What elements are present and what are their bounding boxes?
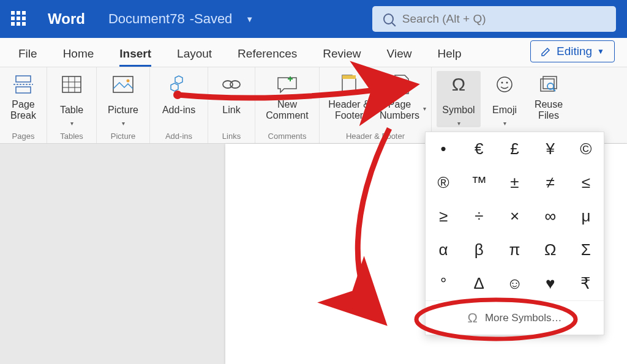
- symbol-cell[interactable]: α: [426, 233, 461, 267]
- new-comment-button[interactable]: New Comment: [260, 71, 314, 122]
- editing-mode-button[interactable]: Editing ▼: [530, 40, 615, 62]
- svg-point-9: [127, 80, 130, 83]
- group-label-picture: Picture: [111, 129, 135, 141]
- emoji-icon: [492, 73, 517, 95]
- pencil-icon: [541, 46, 552, 57]
- addins-button[interactable]: Add-ins: [155, 71, 203, 122]
- symbol-cell[interactable]: ÷: [461, 199, 497, 233]
- symbol-cell[interactable]: ±: [497, 166, 532, 199]
- symbol-cell[interactable]: ≥: [426, 199, 461, 233]
- symbol-cell[interactable]: ∞: [533, 199, 568, 233]
- link-icon: [219, 73, 244, 95]
- more-symbols-label: More Symbols…: [485, 312, 562, 324]
- group-label-addins: Add-ins: [165, 129, 192, 141]
- svg-text:#: #: [404, 78, 407, 85]
- symbol-cell[interactable]: ®: [426, 166, 461, 199]
- symbol-label: Symbol: [442, 98, 475, 122]
- symbol-cell[interactable]: •: [426, 132, 461, 166]
- group-label-comments: Comments: [268, 129, 307, 141]
- emoji-label: Emoji: [492, 98, 517, 122]
- symbol-cell[interactable]: ₹: [568, 267, 604, 300]
- chevron-down-icon: ▼: [597, 47, 604, 56]
- picture-label: Picture: [108, 98, 138, 122]
- group-label-header-footer: Header & Footer: [346, 129, 405, 141]
- omega-icon: Ω: [467, 310, 477, 326]
- page-numbers-label: Page Numbers: [377, 99, 422, 122]
- symbol-cell[interactable]: Ω: [533, 233, 568, 267]
- symbol-cell[interactable]: °: [426, 267, 461, 300]
- svg-marker-10: [175, 76, 182, 84]
- omega-icon: Ω: [446, 73, 471, 95]
- chevron-down-icon: ▾: [503, 120, 506, 127]
- reuse-files-icon: [536, 73, 561, 95]
- symbol-cell[interactable]: ™: [461, 166, 497, 199]
- svg-rect-8: [113, 76, 133, 92]
- group-label-tables: Tables: [60, 129, 83, 141]
- ribbon-group-tables: Table ▾ Tables: [47, 67, 97, 143]
- tab-review[interactable]: Review: [323, 47, 361, 67]
- tab-file[interactable]: File: [18, 47, 37, 67]
- new-comment-label: New Comment: [260, 98, 314, 122]
- search-box[interactable]: [372, 6, 616, 32]
- tab-help[interactable]: Help: [437, 47, 461, 67]
- symbol-cell[interactable]: π: [497, 233, 532, 267]
- app-launcher-icon[interactable]: [11, 11, 27, 27]
- symbol-dropdown-panel: •€£¥©®™±≠≤≥÷×∞μαβπΩΣ°Δ☺♥₹ Ω More Symbols…: [425, 132, 604, 335]
- ribbon-group-picture: Picture ▾ Picture: [97, 67, 150, 143]
- symbol-cell[interactable]: ×: [497, 199, 532, 233]
- tab-references[interactable]: References: [238, 47, 297, 67]
- picture-button[interactable]: Picture ▾: [102, 71, 145, 127]
- reuse-files-button[interactable]: Reuse Files: [528, 71, 569, 127]
- group-label-links: Links: [222, 129, 241, 141]
- symbol-cell[interactable]: €: [461, 132, 497, 166]
- picture-icon: [111, 73, 135, 95]
- document-status-sep: -: [190, 11, 194, 27]
- tab-insert[interactable]: Insert: [119, 47, 151, 67]
- symbol-cell[interactable]: £: [497, 132, 532, 166]
- link-label: Link: [222, 98, 240, 122]
- svg-rect-2: [16, 87, 31, 93]
- chevron-down-icon: ▾: [122, 120, 125, 127]
- more-symbols-button[interactable]: Ω More Symbols…: [426, 300, 604, 335]
- table-button[interactable]: Table ▾: [52, 71, 91, 127]
- tab-layout[interactable]: Layout: [177, 47, 212, 67]
- symbol-cell[interactable]: ☺: [497, 267, 532, 300]
- app-name: Word: [48, 10, 85, 28]
- symbol-cell[interactable]: Δ: [461, 267, 497, 300]
- page-numbers-button[interactable]: # Page Numbers▾: [377, 71, 426, 122]
- svg-point-19: [501, 82, 503, 84]
- addins-label: Add-ins: [162, 98, 195, 122]
- tab-home[interactable]: Home: [63, 47, 94, 67]
- svg-rect-16: [342, 75, 356, 79]
- svg-rect-0: [16, 76, 31, 82]
- symbol-cell[interactable]: ≤: [568, 166, 604, 199]
- emoji-button[interactable]: Emoji ▾: [484, 71, 525, 127]
- tab-view[interactable]: View: [387, 47, 412, 67]
- header-footer-icon: [337, 73, 361, 95]
- header-footer-button[interactable]: Header & Footer: [325, 71, 374, 122]
- symbol-cell[interactable]: ¥: [533, 132, 568, 166]
- symbol-cell[interactable]: ♥: [533, 267, 568, 300]
- search-input[interactable]: [402, 12, 605, 26]
- svg-point-13: [230, 81, 240, 88]
- symbol-button[interactable]: Ω Symbol ▾: [437, 71, 481, 127]
- document-name[interactable]: Document78: [108, 11, 185, 27]
- search-icon: [383, 13, 394, 24]
- chevron-down-icon: ▾: [457, 120, 460, 127]
- link-button[interactable]: Link: [213, 71, 250, 122]
- reuse-files-label: Reuse Files: [528, 98, 569, 122]
- symbol-cell[interactable]: ≠: [533, 166, 568, 199]
- symbol-cell[interactable]: ©: [568, 132, 604, 166]
- addins-icon: [167, 73, 191, 95]
- page-break-button[interactable]: Page Break: [5, 71, 42, 122]
- symbol-cell[interactable]: μ: [568, 199, 604, 233]
- document-chevron-icon[interactable]: ▼: [246, 15, 253, 24]
- symbol-cell[interactable]: β: [461, 233, 497, 267]
- ribbon-group-header-footer: Header & Footer # Page Numbers▾ Header &…: [320, 67, 432, 143]
- symbol-cell[interactable]: Σ: [568, 233, 604, 267]
- header-footer-label: Header & Footer: [325, 98, 374, 122]
- comment-icon: [275, 73, 299, 95]
- titlebar: Word Document78 - Saved ▼: [0, 0, 627, 38]
- chevron-down-icon: ▾: [423, 105, 426, 113]
- page-break-icon: [11, 73, 36, 95]
